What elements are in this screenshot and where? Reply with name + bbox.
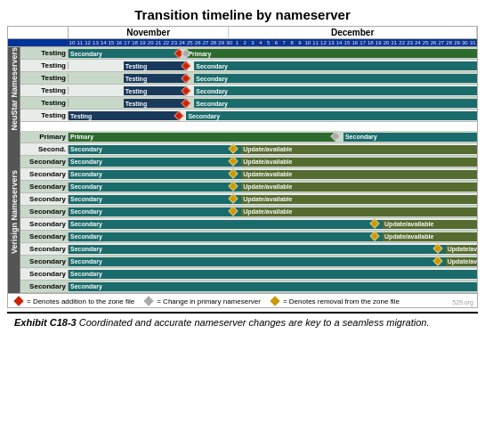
row-name: Secondary <box>20 245 69 253</box>
bar-segment: Update/available <box>241 208 477 216</box>
legend-item: = Change in primary nameserver <box>145 297 261 305</box>
row-name: Secondary <box>20 282 69 290</box>
row-name-text: Secondary <box>29 208 66 216</box>
bars-area: TestingSecondary <box>69 72 477 84</box>
month-cells: November December <box>69 27 477 38</box>
row-name-text: Secondary <box>29 245 66 253</box>
bar-segment: Update/available <box>446 245 477 254</box>
bars-area: SecondaryUpdate/available <box>69 231 477 242</box>
bar-segment: Secondary <box>69 220 383 229</box>
timeline-row: SecondarySecondaryUpdate/available <box>20 218 477 231</box>
verisign-section: Verisign Nameservers PrimaryPrimarySecon… <box>8 131 477 293</box>
bars-area: SecondaryUpdate/available <box>69 181 477 192</box>
day-cells: 1011121314151617181920212223242526272829… <box>69 39 477 46</box>
legend-diamond-icon <box>144 296 154 305</box>
bar-segment: Testing <box>124 86 187 95</box>
bar-segment: Update/available <box>241 195 477 204</box>
bar-segment: Secondary <box>69 145 241 154</box>
row-name-text: Testing <box>41 49 66 57</box>
row-name: Second. <box>20 145 69 153</box>
row-name-text: Testing <box>41 111 66 119</box>
verisign-rows: PrimaryPrimarySecondaryUpdate/availableS… <box>20 131 477 293</box>
legend: = Denotes addition to the zone file= Cha… <box>8 293 477 307</box>
row-name: Testing <box>20 74 69 82</box>
bar-segment: Primary <box>69 133 335 142</box>
row-name: Testing <box>20 111 69 119</box>
bar-segment: Secondary <box>69 282 477 291</box>
row-name: Secondary <box>20 170 69 178</box>
row-name-text: Second. <box>38 145 66 153</box>
row-name-text: Secondary <box>29 257 66 265</box>
timeline-row: SecondarySecondaryUpdate/available <box>20 281 477 293</box>
row-name: Testing <box>20 99 69 107</box>
bars-area: SecondaryUpdate/available <box>69 218 477 230</box>
timeline-row: SecondarySecondaryUpdate/available <box>20 193 477 206</box>
bars-area: SecondaryUpdate/available <box>69 256 477 267</box>
row-name: Primary <box>20 133 69 141</box>
row-name: Secondary <box>20 257 69 265</box>
row-name-text: Primary <box>39 133 66 141</box>
bar-segment: Secondary <box>69 49 179 58</box>
bar-segment: Update/available <box>241 183 477 191</box>
row-name: Secondary <box>20 183 69 191</box>
bar-segment: Update/available <box>383 232 477 241</box>
bar-segment: Secondary <box>69 245 446 254</box>
bars-area: TestingSecondary <box>69 110 477 121</box>
chart-area: November December 1011121314151617181920… <box>7 26 478 308</box>
bar-segment: Secondary <box>69 195 241 204</box>
bar-segment: Secondary <box>69 158 241 167</box>
caption-label: Exhibit C18-3 <box>14 317 77 328</box>
timeline-row: SecondarySecondaryUpdate/available <box>20 156 477 168</box>
bars-area: SecondaryUpdate/available <box>69 281 477 292</box>
bars-area: SecondaryUpdate/available <box>69 156 477 167</box>
bar-segment: Secondary <box>344 133 477 142</box>
legend-diamond-icon <box>13 296 23 305</box>
bars-area: PrimarySecondaryUpdate/available <box>69 131 477 143</box>
row-name-text: Secondary <box>29 282 66 290</box>
bars-area: SecondaryUpdate/available <box>69 193 477 205</box>
bar-segment: Testing <box>124 61 187 70</box>
day-header-row: 1011121314151617181920212223242526272829… <box>8 39 477 47</box>
bar-segment: Secondary <box>69 257 446 266</box>
bar-segment: Primary <box>186 49 477 58</box>
row-name-text: Testing <box>41 99 66 107</box>
row-name-text: Testing <box>41 86 66 94</box>
bars-area: TestingSecondary <box>69 85 477 96</box>
legend-item: = Denotes removal from the zone file <box>271 297 400 305</box>
timeline-row: TestingSecondaryPrimary <box>20 47 477 60</box>
bar-segment: Update/available <box>383 220 477 229</box>
timeline-row: TestingTestingSecondary <box>20 85 477 97</box>
bar-segment: Testing <box>124 74 187 83</box>
bars-area: SecondaryPrimary <box>69 47 477 59</box>
row-name-text: Secondary <box>29 158 66 166</box>
neustar-label-col: NeuStar Nameservers <box>8 47 20 131</box>
row-name-text: Secondary <box>29 220 66 228</box>
bar-segment: Secondary <box>69 208 241 216</box>
row-name-text: Secondary <box>29 183 66 191</box>
legend-item: = Denotes addition to the zone file <box>15 297 134 305</box>
row-name: Secondary <box>20 270 69 278</box>
bar-segment: Secondary <box>69 170 241 179</box>
row-name: Testing <box>20 86 69 94</box>
row-label-space <box>8 27 69 38</box>
bar-segment: Secondary <box>194 74 477 83</box>
timeline-row: TestingTestingSecondary <box>20 110 477 122</box>
caption-text-body: Coordinated and accurate nameserver chan… <box>79 317 430 328</box>
december-header: December <box>229 27 477 38</box>
caption: Exhibit C18-3 Coordinated and accurate n… <box>7 312 478 331</box>
timeline-row: SecondarySecondaryUpdate/available <box>20 181 477 193</box>
row-name-text: Secondary <box>29 195 66 203</box>
row-name-text: Testing <box>41 74 66 82</box>
bar-segment: Secondary <box>69 270 477 279</box>
bar-segment: Update/available <box>241 158 477 167</box>
row-name-text: Secondary <box>29 232 66 240</box>
bars-area: SecondaryUpdate/available <box>69 206 477 217</box>
watermark: 529.org <box>452 299 473 305</box>
timeline-row: TestingTestingSecondary <box>20 60 477 72</box>
legend-diamond-icon <box>270 296 279 305</box>
bar-segment: Testing <box>69 111 179 120</box>
legend-text: = Change in primary nameserver <box>157 297 261 305</box>
month-header-row: November December <box>8 27 477 39</box>
bars-area: SecondaryUpdate/available <box>69 168 477 180</box>
timeline-row: SecondarySecondaryUpdate/available <box>20 168 477 181</box>
